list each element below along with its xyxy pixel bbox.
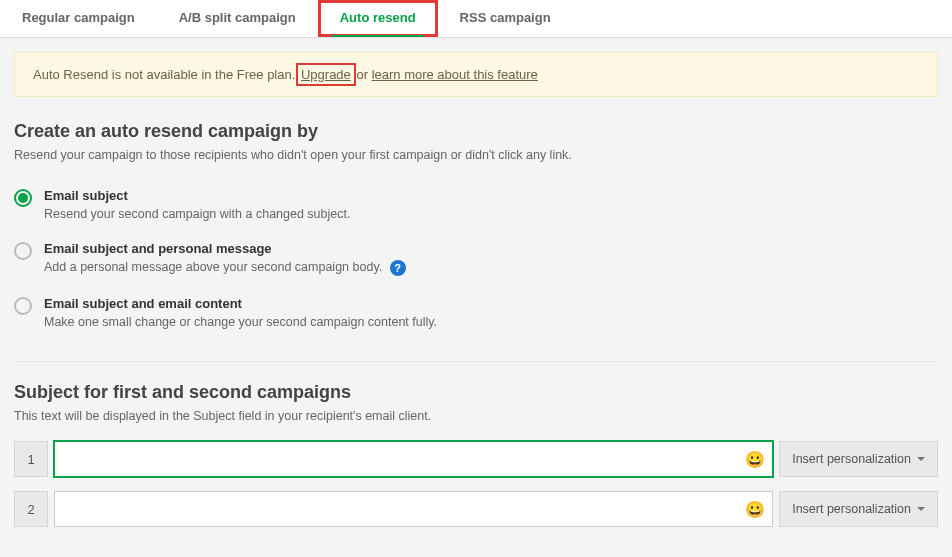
section-title-subjects: Subject for first and second campaigns: [14, 382, 938, 403]
emoji-icon[interactable]: 😀: [745, 450, 765, 469]
option-title: Email subject: [44, 188, 938, 203]
insert-personalization-button[interactable]: Insert personalization: [779, 491, 938, 527]
radio-email-subject[interactable]: [14, 189, 32, 207]
alert-middle: or: [353, 67, 372, 82]
subject-input-2[interactable]: [54, 491, 773, 527]
radio-subject-personal-message[interactable]: [14, 242, 32, 260]
upgrade-alert: Auto Resend is not available in the Free…: [14, 52, 938, 97]
subject-row-2: 2 😀 Insert personalization: [14, 491, 938, 527]
insert-personalization-button[interactable]: Insert personalization: [779, 441, 938, 477]
upgrade-link[interactable]: Upgrade: [299, 66, 353, 83]
emoji-icon[interactable]: 😀: [745, 500, 765, 519]
section-sub-create: Resend your campaign to those recipients…: [14, 148, 938, 162]
learn-more-link[interactable]: learn more about this feature: [372, 67, 538, 82]
help-icon[interactable]: ?: [390, 260, 406, 276]
option-email-subject[interactable]: Email subject Resend your second campaig…: [14, 180, 938, 233]
section-sub-subjects: This text will be displayed in the Subje…: [14, 409, 938, 423]
tab-ab-split-campaign[interactable]: A/B split campaign: [157, 0, 318, 37]
campaign-type-tabs: Regular campaign A/B split campaign Auto…: [0, 0, 952, 38]
subject-input-1[interactable]: [54, 441, 773, 477]
tab-regular-campaign[interactable]: Regular campaign: [0, 0, 157, 37]
subject-row-1: 1 😀 Insert personalization: [14, 441, 938, 477]
chevron-down-icon: [917, 507, 925, 511]
tab-rss-campaign[interactable]: RSS campaign: [438, 0, 573, 37]
option-subject-email-content[interactable]: Email subject and email content Make one…: [14, 288, 938, 341]
option-title: Email subject and personal message: [44, 241, 938, 256]
option-desc: Make one small change or change your sec…: [44, 315, 938, 329]
subject-number: 1: [14, 441, 48, 477]
chevron-down-icon: [917, 457, 925, 461]
personalization-label: Insert personalization: [792, 502, 911, 516]
option-desc: Add a personal message above your second…: [44, 260, 938, 276]
resend-options: Email subject Resend your second campaig…: [14, 180, 938, 341]
subject-number: 2: [14, 491, 48, 527]
personalization-label: Insert personalization: [792, 452, 911, 466]
divider: [14, 361, 938, 362]
option-title: Email subject and email content: [44, 296, 938, 311]
option-desc: Resend your second campaign with a chang…: [44, 207, 938, 221]
section-title-create: Create an auto resend campaign by: [14, 121, 938, 142]
tab-auto-resend[interactable]: Auto resend: [318, 0, 438, 37]
alert-text: Auto Resend is not available in the Free…: [33, 67, 299, 82]
radio-subject-email-content[interactable]: [14, 297, 32, 315]
option-subject-personal-message[interactable]: Email subject and personal message Add a…: [14, 233, 938, 288]
